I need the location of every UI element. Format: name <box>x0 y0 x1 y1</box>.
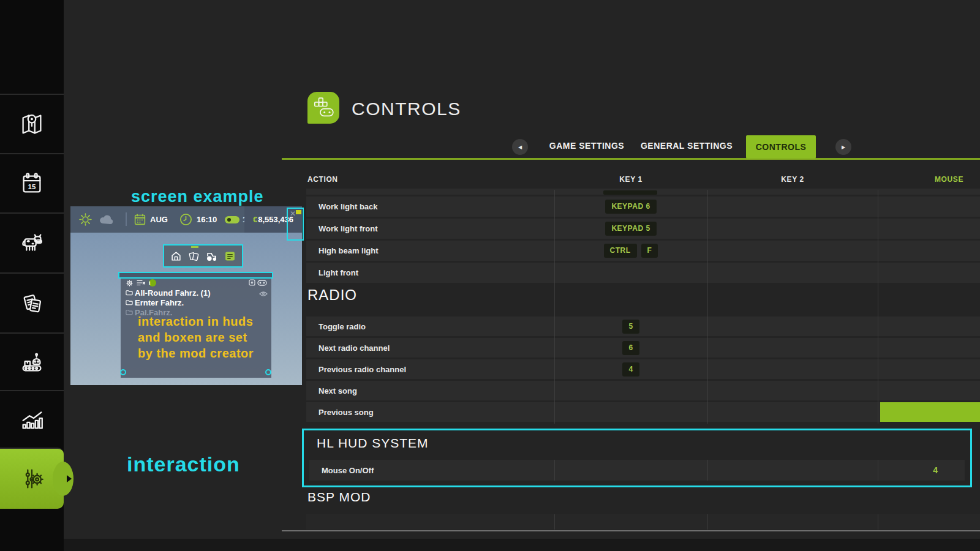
sidebar-item-map[interactable] <box>0 94 64 153</box>
action-label: Mouse On/Off <box>322 460 374 481</box>
map-icon <box>18 110 46 138</box>
control-row[interactable] <box>306 514 980 530</box>
sidebar-item-production[interactable] <box>0 332 64 390</box>
scrolled-row-remnant <box>306 189 980 195</box>
controls-page-icon <box>307 92 339 124</box>
next-arrow-icon: ▶ <box>842 144 845 150</box>
resize-handle <box>120 369 126 375</box>
vehicle-group-label: Ernter Fahrz. <box>135 298 184 307</box>
control-row[interactable]: Work light front KEYPAD 5 <box>306 219 980 239</box>
clock-icon <box>179 212 193 227</box>
close-annotation-frame: ✕ <box>287 208 304 241</box>
gamepad-icon <box>311 96 336 120</box>
key-binding-badge[interactable]: KEYPAD 5 <box>605 222 656 236</box>
column-header-key1: KEY 1 <box>554 175 707 184</box>
sidebar-item-settings[interactable] <box>0 448 64 509</box>
currency-symbol: € <box>253 215 257 224</box>
control-row[interactable]: Next song <box>306 381 980 400</box>
folder-icon <box>126 290 133 296</box>
production-icon <box>18 348 46 376</box>
action-label: Previous radio channel <box>318 359 406 379</box>
filter-list-icon <box>137 280 146 287</box>
active-item-arrow <box>67 475 72 482</box>
minimap-chip <box>296 210 301 214</box>
control-row[interactable]: Previous song <box>306 402 980 422</box>
action-label: Light front <box>318 263 358 283</box>
action-label: Work light back <box>318 197 378 217</box>
sidebar-item-calendar[interactable]: 15 <box>0 153 64 212</box>
sidebar: 15 <box>0 0 64 551</box>
tabs-next-button[interactable]: ▶ <box>835 139 851 155</box>
key1-cell[interactable]: 4 <box>554 359 707 379</box>
annotation-note-line: and boxen are set <box>138 331 247 345</box>
hl-hud-annotation-frame: HL HUD SYSTEM Mouse On/Off 4 <box>302 429 972 487</box>
column-divider <box>554 190 555 424</box>
key-binding-badge[interactable]: F <box>641 244 658 258</box>
key-binding-badge[interactable]: CTRL <box>604 244 637 258</box>
panel-titlebar-annotation-frame <box>118 272 273 279</box>
annotation-note-line: by the mod creator <box>138 347 254 361</box>
page-title: CONTROLS <box>352 99 461 119</box>
app-window: 15 <box>0 0 980 551</box>
control-row[interactable]: Next radio channel 6 <box>306 338 980 358</box>
key-binding-badge[interactable]: 6 <box>622 341 639 355</box>
farm-icon <box>171 251 181 261</box>
folder-icon <box>126 309 133 315</box>
control-row[interactable]: Light front <box>306 263 980 283</box>
tab-general-settings[interactable]: GENERAL SETTINGS <box>637 141 736 151</box>
control-row[interactable]: Previous radio channel 4 <box>306 359 980 379</box>
hud-month: AUG <box>150 215 168 224</box>
settings-icon <box>18 465 46 493</box>
list-bottom-border <box>282 530 980 531</box>
stats-icon <box>18 405 46 433</box>
control-row[interactable]: High beam light CTRL F <box>306 241 980 261</box>
vehicle-group-item: All-Round Fahrz. (1) <box>126 288 211 298</box>
toolbar-active-dash <box>191 246 198 248</box>
tabs-prev-button[interactable]: ◀ <box>512 139 528 155</box>
annotation-screen-example: screen example <box>131 187 264 206</box>
hud-calendar-icon <box>134 213 146 226</box>
sidebar-item-contracts[interactable] <box>0 272 64 332</box>
column-divider <box>707 190 708 424</box>
documents-icon <box>18 289 46 317</box>
column-divider <box>878 514 878 530</box>
control-row[interactable]: Mouse On/Off 4 <box>309 460 965 481</box>
section-title-hl-hud: HL HUD SYSTEM <box>317 436 429 451</box>
column-divider <box>878 460 878 481</box>
key-binding-badge[interactable]: 4 <box>622 362 639 377</box>
column-divider <box>707 514 708 530</box>
cards-icon <box>189 251 199 261</box>
mouse-binding-value[interactable]: 4 <box>933 460 938 481</box>
key-binding-badge[interactable]: 5 <box>622 320 639 334</box>
tab-game-settings[interactable]: GAME SETTINGS <box>549 141 625 151</box>
column-header-action: ACTION <box>307 175 338 184</box>
sidebar-item-animals[interactable] <box>0 212 64 272</box>
topbar-divider <box>126 212 127 226</box>
hud-time: 16:10 <box>197 215 217 224</box>
key1-cell[interactable]: KEYPAD 5 <box>554 219 707 239</box>
tab-controls[interactable]: CONTROLS <box>746 135 816 159</box>
key-binding-badge[interactable]: KEYPAD 6 <box>605 200 656 214</box>
mod-menu-icon <box>225 251 235 261</box>
screen-example-inset: AUG 16:10 1 €8,553,436 ✕ <box>70 206 302 385</box>
prev-arrow-icon: ◀ <box>518 144 522 150</box>
control-row[interactable]: Toggle radio 5 <box>306 317 980 336</box>
time-speed-pill <box>225 216 239 223</box>
column-divider <box>554 514 555 530</box>
sidebar-item-statistics[interactable] <box>0 390 64 448</box>
key1-cell[interactable]: 5 <box>554 317 707 336</box>
key1-cell[interactable]: KEYPAD 6 <box>554 197 707 217</box>
key1-cell[interactable]: 6 <box>554 338 707 358</box>
controller-icon <box>257 280 267 286</box>
control-row[interactable]: Work light back KEYPAD 6 <box>306 197 980 217</box>
column-divider <box>878 190 878 424</box>
action-label: High beam light <box>318 241 379 261</box>
vehicle-group-item: Ernter Fahrz. <box>126 298 184 307</box>
annotation-note-line: interaction in huds <box>138 315 253 329</box>
hud-toolbar-annotation-frame <box>163 244 243 268</box>
vehicle-group-label: All-Round Fahrz. (1) <box>135 288 211 298</box>
column-header-key2: KEY 2 <box>707 175 878 184</box>
key1-cell[interactable]: CTRL F <box>554 241 707 261</box>
mouse-binding-highlight[interactable] <box>880 402 980 422</box>
calendar-day-label: 15 <box>28 182 36 190</box>
